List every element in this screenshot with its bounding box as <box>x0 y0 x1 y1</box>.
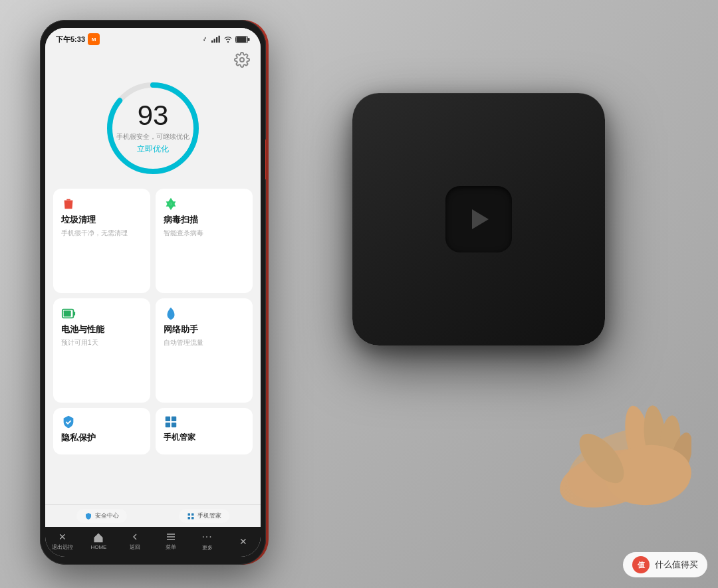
card-battery-title: 电池与性能 <box>61 324 142 336</box>
card-virus-desc: 智能查杀病毒 <box>164 229 245 238</box>
card-privacy-title: 隐私保护 <box>61 432 142 444</box>
nav-bar: ✕ 退出远控 HOME 返回 <box>45 527 261 557</box>
svg-rect-3 <box>219 36 220 43</box>
card-manager[interactable]: 手机管家 <box>156 408 253 454</box>
tv-box-logo <box>445 186 512 252</box>
card-network-title: 网络助手 <box>164 324 245 336</box>
svg-rect-16 <box>172 417 176 421</box>
card-trash[interactable]: 垃圾清理 手机很干净，无需清理 <box>53 189 150 293</box>
score-action[interactable]: 立即优化 <box>137 144 169 155</box>
svg-point-7 <box>240 58 244 62</box>
manager-icon <box>164 415 178 429</box>
card-network-desc: 自动管理流量 <box>164 338 245 347</box>
card-trash-title: 垃圾清理 <box>61 214 142 226</box>
network-icon <box>164 306 178 321</box>
pill-security[interactable]: 安全中心 <box>76 509 127 523</box>
score-circle: 93 手机很安全，可继续优化 立即优化 <box>103 78 203 178</box>
status-bar: 下午5:33 M <box>45 28 261 48</box>
card-battery[interactable]: 电池与性能 预计可用1天 <box>53 298 150 403</box>
svg-rect-20 <box>191 513 194 516</box>
nav-menu[interactable]: 菜单 <box>159 532 183 551</box>
svg-rect-17 <box>166 423 170 427</box>
card-battery-desc: 预计可用1天 <box>61 338 142 347</box>
wifi-icon <box>223 35 233 43</box>
trash-icon <box>61 197 76 211</box>
svg-rect-14 <box>73 312 75 316</box>
pill-security-label: 安全中心 <box>95 512 119 520</box>
cards-grid: 垃圾清理 手机很干净，无需清理 病毒扫描 智能查杀病毒 <box>45 189 261 502</box>
nav-close-icon: ✕ <box>239 536 247 547</box>
svg-marker-26 <box>472 209 489 229</box>
time-display: 下午5:33 <box>56 35 85 45</box>
score-desc: 手机很安全，可继续优化 <box>116 132 189 141</box>
hand-illustration <box>479 306 691 518</box>
card-network[interactable]: 网络助手 自动管理流量 <box>156 298 253 403</box>
nav-exit[interactable]: ✕ 退出远控 <box>51 532 74 551</box>
nav-back-label: 返回 <box>130 543 140 551</box>
app-header <box>45 48 261 72</box>
svg-rect-22 <box>191 517 194 520</box>
nav-close[interactable]: ✕ <box>231 536 255 547</box>
menu-icon <box>165 532 177 542</box>
phone-body: 下午5:33 M <box>40 20 266 565</box>
app-content: 93 手机很安全，可继续优化 立即优化 垃圾清理 <box>45 48 261 527</box>
nav-home-label: HOME <box>90 544 106 550</box>
svg-rect-15 <box>166 417 170 421</box>
watermark-logo-text: 值 <box>638 560 645 570</box>
svg-rect-1 <box>214 39 215 43</box>
nav-menu-label: 菜单 <box>166 543 176 551</box>
signal-icon <box>211 35 221 43</box>
phone-device: 下午5:33 M <box>40 20 266 565</box>
phone-screen: 下午5:33 M <box>45 28 261 557</box>
tv-box-container <box>332 80 678 492</box>
nav-home[interactable]: HOME <box>86 532 110 550</box>
svg-point-11 <box>170 203 172 205</box>
play-icon <box>462 203 495 236</box>
card-virus-title: 病毒扫描 <box>164 214 245 226</box>
nav-more[interactable]: ··· 更多 <box>195 531 219 551</box>
pill-manager[interactable]: 手机管家 <box>179 509 229 523</box>
score-circle-content: 93 手机很安全，可继续优化 立即优化 <box>103 78 203 178</box>
grid-pill-icon <box>187 512 195 520</box>
battery-card-icon <box>61 306 76 321</box>
svg-rect-5 <box>237 37 247 42</box>
card-trash-desc: 手机很干净，无需清理 <box>61 229 142 238</box>
card-virus[interactable]: 病毒扫描 智能查杀病毒 <box>156 189 253 293</box>
battery-icon <box>235 36 250 43</box>
card-privacy[interactable]: 隐私保护 <box>53 408 150 454</box>
svg-rect-2 <box>216 37 217 43</box>
score-number: 93 <box>138 102 169 130</box>
svg-rect-0 <box>211 41 213 43</box>
svg-rect-18 <box>172 423 176 427</box>
side-button <box>265 140 266 179</box>
bluetooth-icon <box>201 35 209 43</box>
svg-rect-6 <box>248 38 250 41</box>
watermark: 值 什么值得买 <box>623 552 707 577</box>
back-icon <box>129 532 141 542</box>
status-right <box>201 35 250 43</box>
home-icon <box>92 532 104 543</box>
nav-more-icon: ··· <box>201 531 212 543</box>
bottom-pills-bar: 安全中心 手机管家 <box>45 504 261 527</box>
card-manager-title: 手机管家 <box>164 432 245 443</box>
miui-logo: M <box>88 33 100 45</box>
watermark-label: 什么值得买 <box>655 559 698 571</box>
status-left: 下午5:33 M <box>56 33 100 45</box>
virus-icon <box>164 197 178 211</box>
privacy-icon <box>61 415 76 429</box>
settings-icon[interactable] <box>234 52 250 68</box>
nav-exit-icon: ✕ <box>59 532 66 542</box>
nav-exit-label: 退出远控 <box>52 543 73 551</box>
svg-rect-13 <box>64 310 71 316</box>
watermark-logo: 值 <box>632 556 650 573</box>
nav-more-label: 更多 <box>202 544 213 551</box>
shield-pill-icon <box>84 512 92 520</box>
svg-rect-21 <box>188 517 191 520</box>
pill-manager-label: 手机管家 <box>197 512 221 520</box>
nav-back[interactable]: 返回 <box>123 532 147 551</box>
svg-rect-19 <box>188 513 191 516</box>
score-section: 93 手机很安全，可继续优化 立即优化 <box>45 72 261 189</box>
